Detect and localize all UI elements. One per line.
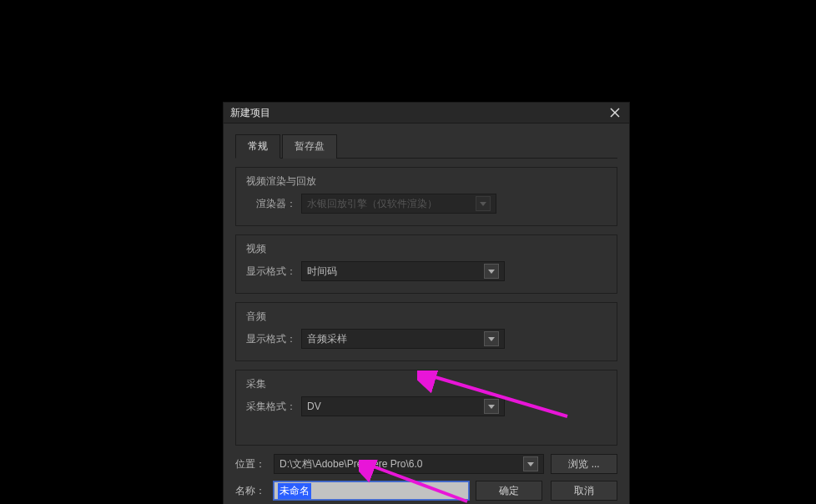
group-audio-legend: 音频 bbox=[246, 310, 607, 324]
video-format-value: 时间码 bbox=[307, 265, 337, 279]
chevron-down-icon bbox=[484, 399, 499, 414]
new-project-dialog: 新建项目 常规 暂存盘 视频渲染与回放 渲染器： 水银回放引擎（仅软件渲染） bbox=[223, 102, 630, 504]
group-video: 视频 显示格式： 时间码 bbox=[235, 234, 617, 294]
tab-general[interactable]: 常规 bbox=[235, 134, 280, 159]
renderer-value: 水银回放引擎（仅软件渲染） bbox=[307, 197, 437, 211]
video-format-select[interactable]: 时间码 bbox=[301, 261, 505, 281]
location-value: D:\文档\Adobe\Premiere Pro\6.0 bbox=[280, 457, 422, 471]
group-capture-legend: 采集 bbox=[246, 377, 607, 391]
svg-marker-4 bbox=[488, 337, 495, 341]
chevron-down-icon bbox=[523, 456, 538, 471]
group-capture: 采集 采集格式： DV bbox=[235, 370, 617, 446]
title-bar: 新建项目 bbox=[224, 103, 629, 123]
tab-scratch-disks[interactable]: 暂存盘 bbox=[282, 134, 337, 159]
renderer-select: 水银回放引擎（仅软件渲染） bbox=[301, 194, 496, 214]
group-render-playback: 视频渲染与回放 渲染器： 水银回放引擎（仅软件渲染） bbox=[235, 167, 617, 226]
renderer-row: 渲染器： 水银回放引擎（仅软件渲染） bbox=[246, 194, 607, 214]
svg-marker-2 bbox=[480, 202, 486, 206]
group-render-legend: 视频渲染与回放 bbox=[246, 174, 607, 189]
svg-marker-5 bbox=[488, 405, 495, 409]
dialog-title: 新建项目 bbox=[230, 106, 270, 120]
dialog-buttons: 确定 取消 bbox=[476, 481, 617, 501]
svg-marker-3 bbox=[488, 270, 495, 274]
name-input[interactable]: 未命名 bbox=[274, 481, 469, 500]
browse-button[interactable]: 浏览 ... bbox=[551, 454, 617, 474]
video-format-label: 显示格式： bbox=[246, 265, 296, 279]
audio-format-value: 音频采样 bbox=[307, 332, 347, 346]
close-icon bbox=[610, 108, 620, 118]
chevron-down-icon bbox=[484, 264, 499, 279]
cancel-button[interactable]: 取消 bbox=[551, 481, 617, 501]
chevron-down-icon bbox=[484, 331, 499, 346]
audio-format-row: 显示格式： 音频采样 bbox=[246, 329, 607, 349]
dialog-body: 常规 暂存盘 视频渲染与回放 渲染器： 水银回放引擎（仅软件渲染） 视频 显示格… bbox=[224, 123, 629, 504]
group-audio: 音频 显示格式： 音频采样 bbox=[235, 302, 617, 361]
capture-format-row: 采集格式： DV bbox=[246, 396, 607, 416]
location-row: 位置： D:\文档\Adobe\Premiere Pro\6.0 浏览 ... bbox=[235, 454, 617, 474]
audio-format-label: 显示格式： bbox=[246, 332, 296, 346]
chevron-down-icon bbox=[476, 196, 491, 211]
close-button[interactable] bbox=[607, 105, 622, 120]
name-label: 名称： bbox=[235, 484, 269, 498]
name-row: 名称： 未命名 确定 取消 bbox=[235, 481, 617, 501]
renderer-label: 渲染器： bbox=[246, 197, 296, 211]
audio-format-select[interactable]: 音频采样 bbox=[301, 329, 505, 349]
video-format-row: 显示格式： 时间码 bbox=[246, 261, 607, 281]
group-video-legend: 视频 bbox=[246, 242, 607, 256]
location-select[interactable]: D:\文档\Adobe\Premiere Pro\6.0 bbox=[274, 454, 544, 474]
svg-marker-6 bbox=[527, 462, 534, 466]
name-value: 未命名 bbox=[278, 483, 311, 499]
ok-button[interactable]: 确定 bbox=[476, 481, 542, 501]
capture-format-select[interactable]: DV bbox=[301, 396, 505, 416]
location-label: 位置： bbox=[235, 457, 269, 471]
tab-strip: 常规 暂存盘 bbox=[235, 134, 617, 159]
capture-format-label: 采集格式： bbox=[246, 400, 296, 414]
capture-format-value: DV bbox=[307, 401, 321, 412]
